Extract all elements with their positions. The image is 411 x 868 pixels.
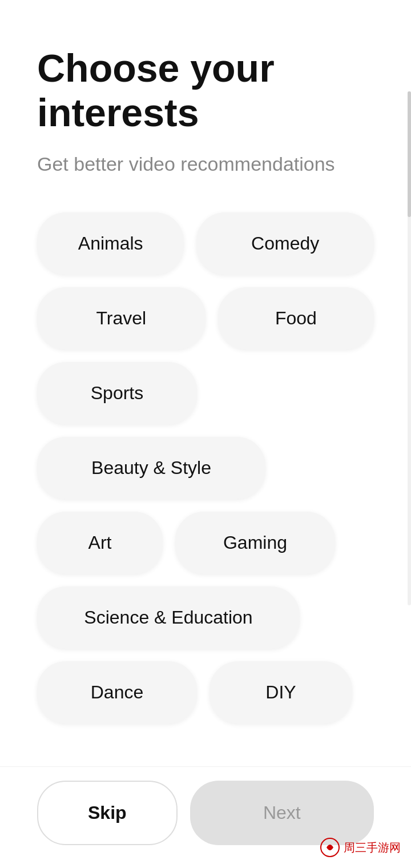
chip-comedy[interactable]: Comedy	[196, 212, 374, 275]
chip-travel[interactable]: Travel	[37, 287, 206, 349]
watermark: 周三手游网	[320, 837, 401, 858]
interest-row-4: Beauty & Style	[37, 437, 374, 499]
content-area: Choose your interests Get better video r…	[0, 0, 411, 815]
interests-grid: Animals Comedy Travel Food Sports Beauty…	[37, 212, 374, 724]
chip-gaming[interactable]: Gaming	[175, 512, 335, 574]
next-button[interactable]: Next	[190, 781, 374, 845]
scrollbar-track[interactable]	[408, 91, 411, 605]
watermark-logo	[320, 837, 340, 858]
watermark-text: 周三手游网	[344, 840, 401, 855]
chip-dance[interactable]: Dance	[37, 661, 197, 724]
interest-row-6: Science & Education	[37, 586, 374, 649]
chip-sports[interactable]: Sports	[37, 362, 197, 424]
page-container: Choose your interests Get better video r…	[0, 0, 411, 868]
chip-art[interactable]: Art	[37, 512, 163, 574]
chip-science[interactable]: Science & Education	[37, 586, 300, 649]
chip-animals[interactable]: Animals	[37, 212, 184, 275]
page-title: Choose your interests	[37, 46, 374, 135]
skip-button[interactable]: Skip	[37, 781, 178, 845]
interest-row-1: Animals Comedy	[37, 212, 374, 275]
interest-row-7: Dance DIY	[37, 661, 374, 724]
page-subtitle: Get better video recommendations	[37, 151, 374, 178]
interest-row-3: Sports	[37, 362, 374, 424]
interest-row-2: Travel Food	[37, 287, 374, 349]
interest-row-5: Art Gaming	[37, 512, 374, 574]
chip-beauty[interactable]: Beauty & Style	[37, 437, 265, 499]
chip-diy[interactable]: DIY	[209, 661, 352, 724]
chip-food[interactable]: Food	[218, 287, 374, 349]
scrollbar-thumb[interactable]	[408, 91, 411, 217]
